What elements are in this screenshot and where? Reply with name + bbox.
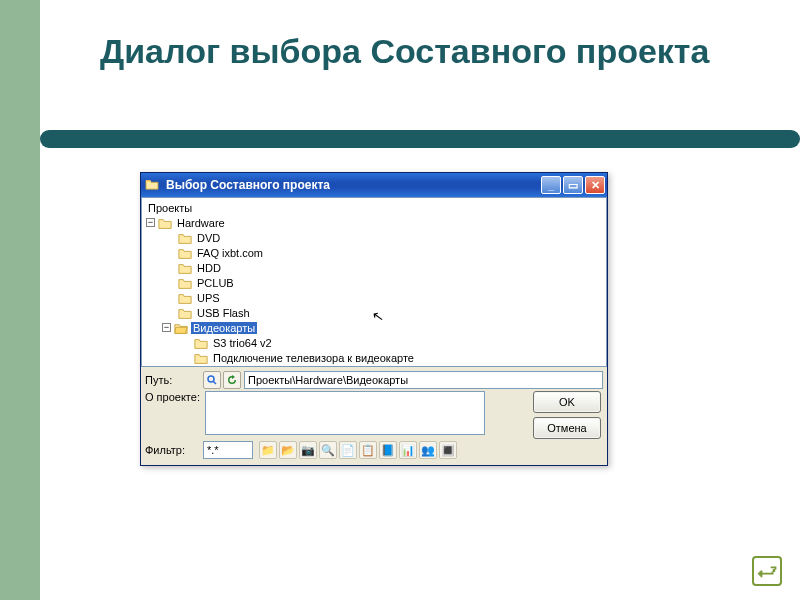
tree-item[interactable]: UPS [146, 290, 602, 305]
about-row: О проекте: OK Отмена [145, 391, 603, 439]
users-icon[interactable]: 👥 [419, 441, 437, 459]
folder-icon [178, 277, 192, 288]
tree-label: Корпуса [195, 367, 241, 368]
collapse-icon[interactable]: − [146, 218, 155, 227]
tree: Проекты − Hardware DVD FAQ ixbt.com HDD … [142, 198, 606, 367]
minimize-button[interactable]: _ [541, 176, 561, 194]
tree-label-selected: Видеокарты [191, 322, 257, 334]
tree-label: UPS [195, 292, 222, 304]
copy-icon[interactable]: 📋 [359, 441, 377, 459]
folder-icon [178, 292, 192, 303]
tree-label: S3 trio64 v2 [211, 337, 274, 349]
folder-icon [178, 307, 192, 318]
filter-label: Фильтр: [145, 444, 203, 456]
folder-icon [158, 217, 172, 228]
find-icon[interactable] [203, 371, 221, 389]
book-icon[interactable]: 📘 [379, 441, 397, 459]
chart-icon[interactable]: 📊 [399, 441, 417, 459]
ok-button[interactable]: OK [533, 391, 601, 413]
folder-icon [178, 262, 192, 273]
cursor-icon: ↖ [371, 307, 386, 325]
bottom-panel: Путь: О проекте: OK Отмена Фильтр: [141, 367, 607, 465]
title-underline [40, 130, 800, 148]
maximize-button[interactable]: ▭ [563, 176, 583, 194]
nav-return-button[interactable]: ⮐ [752, 556, 782, 586]
tree-item[interactable]: PCLUB [146, 275, 602, 290]
folder-icon [178, 232, 192, 243]
tree-label: USB Flash [195, 307, 252, 319]
tree-item[interactable]: Корпуса [146, 365, 602, 367]
slide-left-band [0, 0, 40, 600]
svg-line-1 [213, 381, 216, 384]
folder-icon [194, 337, 208, 348]
tree-label: FAQ ixbt.com [195, 247, 265, 259]
refresh-icon[interactable] [223, 371, 241, 389]
search-icon[interactable]: 🔍 [319, 441, 337, 459]
tree-label: Подключение телевизора к видеокарте [211, 352, 416, 364]
folder-open-icon [174, 322, 188, 333]
open-icon[interactable]: 📂 [279, 441, 297, 459]
tree-hardware[interactable]: − Hardware [146, 215, 602, 230]
titlebar[interactable]: Выбор Составного проекта _ ▭ ✕ [141, 173, 607, 197]
titlebar-text: Выбор Составного проекта [166, 178, 541, 192]
doc-icon[interactable]: 📄 [339, 441, 357, 459]
cancel-button[interactable]: Отмена [533, 417, 601, 439]
path-input[interactable] [244, 371, 603, 389]
path-row: Путь: [145, 371, 603, 389]
folder-icon [178, 247, 192, 258]
tree-area[interactable]: Проекты − Hardware DVD FAQ ixbt.com HDD … [141, 197, 607, 367]
slide-title: Диалог выбора Составного проекта [100, 32, 709, 71]
folder-icon [194, 352, 208, 363]
tree-root[interactable]: Проекты [146, 200, 602, 215]
dialog-window: Выбор Составного проекта _ ▭ ✕ Проекты −… [140, 172, 608, 466]
tree-label: HDD [195, 262, 223, 274]
tree-label: Hardware [175, 217, 227, 229]
tree-root-label: Проекты [146, 202, 194, 214]
path-label: Путь: [145, 374, 203, 386]
grid-icon[interactable]: 🔳 [439, 441, 457, 459]
camera-icon[interactable]: 📷 [299, 441, 317, 459]
filter-input[interactable] [203, 441, 253, 459]
tree-subitem[interactable]: Подключение телевизора к видеокарте [146, 350, 602, 365]
tree-label: PCLUB [195, 277, 236, 289]
folder-icon [145, 178, 161, 192]
tree-item[interactable]: HDD [146, 260, 602, 275]
tree-subitem[interactable]: S3 trio64 v2 [146, 335, 602, 350]
tree-label: DVD [195, 232, 222, 244]
about-label: О проекте: [145, 391, 203, 403]
about-textarea[interactable] [205, 391, 485, 435]
filter-row: Фильтр: 📁 📂 📷 🔍 📄 📋 📘 📊 👥 🔳 [145, 441, 603, 459]
collapse-icon[interactable]: − [162, 323, 171, 332]
folder-new-icon[interactable]: 📁 [259, 441, 277, 459]
tree-item[interactable]: DVD [146, 230, 602, 245]
tree-item[interactable]: FAQ ixbt.com [146, 245, 602, 260]
slide-body: Диалог выбора Составного проекта Выбор С… [40, 0, 800, 600]
filter-toolbar: 📁 📂 📷 🔍 📄 📋 📘 📊 👥 🔳 [259, 441, 457, 459]
close-button[interactable]: ✕ [585, 176, 605, 194]
